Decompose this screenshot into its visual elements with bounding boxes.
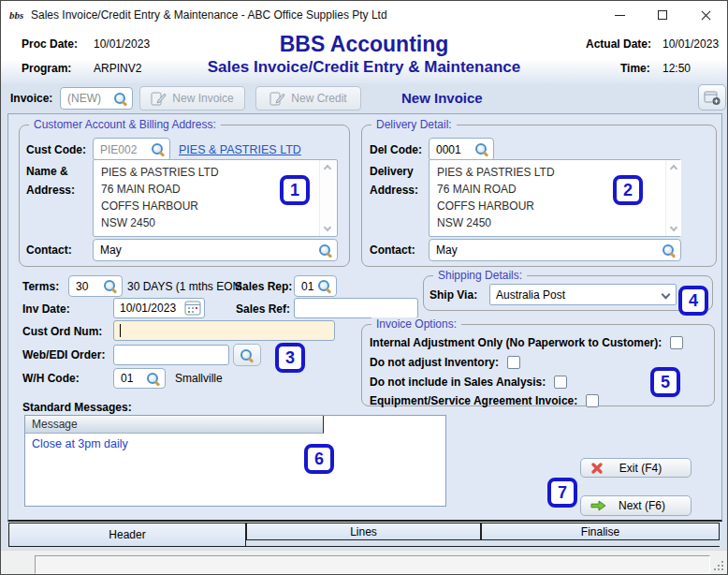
- web-edi-magnifier-icon: [240, 348, 255, 362]
- svg-text:bbs: bbs: [9, 9, 23, 21]
- equipment-service-label: Equipment/Service Agreement Invoice:: [370, 394, 577, 407]
- billing-contact-value: May: [100, 243, 318, 257]
- tab-lines[interactable]: Lines: [246, 523, 481, 540]
- terms-label: Terms:: [22, 280, 59, 293]
- cust-code-value: PIE002: [100, 143, 151, 156]
- warehouse-name: Smallville: [175, 372, 223, 385]
- new-credit-button[interactable]: New Credit: [255, 86, 361, 111]
- tab-finalise[interactable]: Finalise: [481, 523, 720, 540]
- shipping-group-legend: Shipping Details:: [433, 269, 527, 282]
- terms-description: 30 DAYS (1 mths EOM: [127, 280, 241, 293]
- close-button[interactable]: [684, 1, 727, 29]
- ship-via-select[interactable]: Australia Post: [489, 284, 677, 305]
- exit-button[interactable]: Exit (F4): [580, 458, 692, 478]
- cust-ord-num-field[interactable]: [113, 320, 335, 341]
- del-code-field[interactable]: 0001: [429, 138, 494, 161]
- scroll-up-icon[interactable]: [324, 165, 331, 172]
- inv-date-field[interactable]: 10/01/2023: [113, 298, 205, 318]
- web-edi-order-input[interactable]: [120, 348, 226, 361]
- internal-adjustment-label: Internal Adjustment Only (No Paperwork t…: [370, 336, 662, 349]
- red-cross-icon: [590, 462, 604, 475]
- web-edi-lookup-button[interactable]: [233, 344, 261, 366]
- internal-adjustment-checkbox[interactable]: [670, 336, 683, 349]
- green-arrow-icon: [590, 500, 606, 511]
- cust-ord-num-input[interactable]: [123, 324, 331, 337]
- invoice-number-value: (NEW): [67, 92, 113, 105]
- tab-lines-label: Lines: [350, 525, 377, 538]
- minimize-icon: [615, 15, 625, 16]
- web-edi-order-field[interactable]: [113, 345, 229, 365]
- screen-header: Proc Date: 10/01/2023 Program: ARPINV2 B…: [1, 29, 727, 83]
- sales-ref-field[interactable]: [294, 298, 418, 318]
- screen-title: Sales Invoice/Credit Entry & Maintenance: [1, 58, 727, 77]
- sales-ref-input[interactable]: [300, 302, 415, 315]
- sales-rep-magnifier-icon[interactable]: [317, 279, 332, 293]
- new-record-button[interactable]: [698, 84, 726, 111]
- delivery-contact-field[interactable]: May: [429, 239, 681, 261]
- delivery-contact-magnifier-icon[interactable]: [662, 243, 677, 258]
- standard-messages-table[interactable]: Message Close at 3pm daily: [24, 415, 446, 507]
- resize-grip[interactable]: [721, 568, 723, 570]
- customer-name-link[interactable]: PIES & PASTRIES LTD: [179, 143, 301, 156]
- cust-code-label: Cust Code:: [26, 143, 86, 156]
- no-sales-analysis-checkbox[interactable]: [554, 376, 567, 389]
- sales-rep-value: 01: [301, 280, 317, 293]
- sales-rep-label: Sales Rep:: [235, 280, 292, 293]
- invoice-label: Invoice:: [10, 92, 52, 105]
- message-row[interactable]: Close at 3pm daily: [25, 435, 445, 450]
- delivery-contact-label: Contact:: [370, 243, 415, 257]
- cust-code-field[interactable]: PIE002: [93, 138, 170, 161]
- wh-code-field[interactable]: 01: [113, 368, 166, 389]
- cust-code-magnifier-icon[interactable]: [151, 142, 166, 156]
- equipment-service-checkbox[interactable]: [586, 394, 599, 407]
- name-address-label-1: Name &: [26, 165, 68, 178]
- text-cursor: [120, 324, 121, 337]
- invoice-options-legend: Invoice Options:: [371, 317, 461, 331]
- delivery-address-scrollbar[interactable]: [665, 160, 681, 236]
- new-credit-button-label: New Credit: [291, 92, 346, 105]
- delivery-group-legend: Delivery Detail:: [371, 118, 457, 131]
- title-bar: bbs Sales Invoice/Credit Entry & Mainten…: [1, 1, 727, 29]
- del-code-magnifier-icon[interactable]: [474, 142, 489, 156]
- status-bar: [1, 550, 727, 575]
- app-window: bbs Sales Invoice/Credit Entry & Mainten…: [0, 0, 728, 575]
- scroll-down-icon[interactable]: [670, 224, 677, 231]
- customer-group-legend: Customer Account & Billing Address:: [29, 118, 221, 131]
- next-button[interactable]: Next (F6): [580, 495, 692, 516]
- new-invoice-button[interactable]: New Invoice: [139, 86, 245, 111]
- sales-rep-field[interactable]: 01: [294, 275, 337, 297]
- maximize-icon: [658, 10, 667, 20]
- minimize-button[interactable]: [598, 1, 641, 29]
- scroll-up-icon[interactable]: [670, 165, 677, 172]
- del-code-label: Del Code:: [370, 143, 422, 156]
- no-adjust-inventory-checkbox[interactable]: [507, 356, 520, 369]
- billing-contact-field[interactable]: May: [93, 239, 338, 261]
- terms-value: 30: [76, 280, 103, 293]
- step-badge-4: 4: [678, 286, 708, 316]
- tab-header[interactable]: Header: [8, 523, 246, 547]
- invoice-number-field[interactable]: (NEW): [60, 87, 133, 110]
- billing-address-scrollbar[interactable]: [319, 160, 335, 236]
- terms-magnifier-icon[interactable]: [103, 279, 118, 293]
- message-column-header: Message: [25, 416, 324, 434]
- scroll-down-icon[interactable]: [324, 224, 331, 231]
- step-badge-1: 1: [280, 175, 310, 205]
- new-document-icon: [151, 92, 167, 106]
- exit-button-label: Exit (F4): [604, 462, 691, 475]
- calendar-icon[interactable]: [184, 301, 201, 316]
- terms-field[interactable]: 30: [68, 275, 123, 297]
- delivery-address-textarea[interactable]: PIES & PASTRIES LTD 76 MAIN ROAD COFFS H…: [429, 159, 681, 237]
- wh-code-value: 01: [121, 372, 146, 385]
- time-label: Time:: [620, 62, 650, 75]
- web-edi-order-label: Web/EDI Order:: [22, 348, 105, 361]
- inv-date-value: 10/01/2023: [120, 302, 176, 315]
- ship-via-value: Australia Post: [496, 288, 565, 302]
- wh-code-label: W/H Code:: [22, 372, 80, 385]
- maximize-button[interactable]: [641, 1, 684, 29]
- wh-code-magnifier-icon[interactable]: [146, 372, 161, 386]
- billing-contact-magnifier-icon[interactable]: [318, 243, 333, 258]
- tab-finalise-label: Finalise: [581, 525, 619, 538]
- invoice-lookup-magnifier-icon[interactable]: [113, 92, 128, 106]
- step-badge-5: 5: [650, 367, 680, 397]
- new-record-icon: [704, 90, 721, 106]
